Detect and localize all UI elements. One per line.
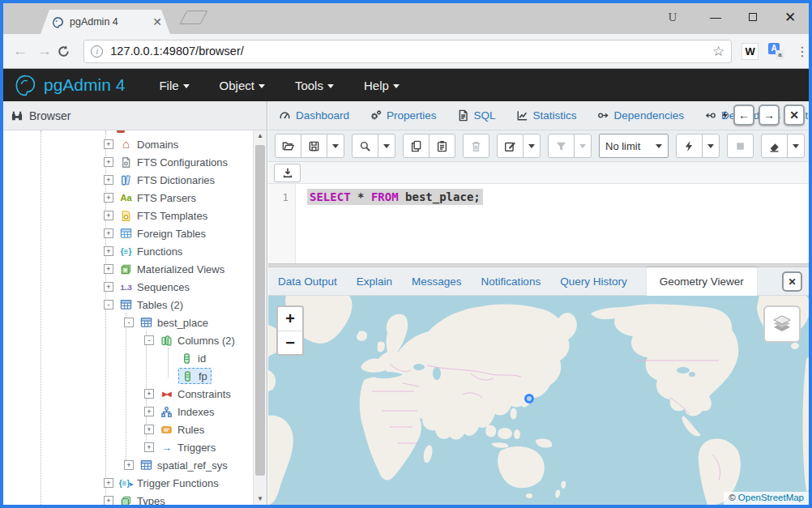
close-results-button[interactable]: ✕ — [782, 271, 802, 292]
filter-options-button[interactable] — [574, 134, 592, 158]
find-options-button[interactable] — [378, 134, 395, 158]
edit-button[interactable] — [497, 134, 524, 158]
expander-icon[interactable]: + — [104, 282, 113, 292]
tree-item-functions[interactable]: +{≡}Functions — [3, 242, 267, 260]
filter-button[interactable] — [548, 134, 575, 158]
row-limit-select[interactable]: No limit — [599, 134, 669, 158]
expander-icon[interactable]: + — [144, 425, 154, 434]
browser-tab[interactable]: pgAdmin 4 ✕ — [41, 10, 170, 34]
expander-icon[interactable]: + — [104, 478, 113, 488]
openstreetmap-link[interactable]: OpenStreetMap — [738, 493, 804, 502]
bookmark-star-icon[interactable]: ☆ — [712, 43, 724, 60]
tree-item-fp[interactable]: fp — [3, 367, 267, 385]
copy-button[interactable] — [403, 134, 430, 158]
back-button[interactable]: ← — [8, 42, 32, 60]
tree-item-fts-templates[interactable]: +FTS Templates — [3, 207, 267, 224]
expander-icon[interactable]: + — [104, 264, 113, 274]
expander-icon[interactable]: + — [104, 496, 113, 505]
zoom-in-button[interactable]: + — [278, 307, 302, 331]
close-panel-button[interactable]: ✕ — [784, 105, 805, 126]
minimize-button[interactable]: — — [697, 11, 734, 23]
tree-item-columns-2[interactable]: -Columns (2) — [3, 331, 267, 349]
map-layers-button[interactable] — [763, 305, 801, 343]
edit-options-button[interactable] — [523, 134, 541, 158]
tab-data-output[interactable]: Data Output — [278, 275, 337, 288]
tab-messages[interactable]: Messages — [412, 275, 462, 288]
open-file-button[interactable] — [275, 134, 301, 158]
tree-item-fts-configurations[interactable]: +FTS Configurations — [3, 153, 267, 171]
expander-icon[interactable]: + — [104, 228, 113, 238]
expander-icon[interactable]: + — [144, 389, 154, 399]
browser-panel-header[interactable]: Browser — [3, 101, 267, 130]
expander-icon[interactable]: - — [144, 335, 154, 345]
expander-icon[interactable]: + — [104, 139, 113, 149]
tree-item-id[interactable]: id — [3, 349, 267, 367]
scroll-up-icon[interactable]: ▲ — [254, 130, 267, 142]
geometry-viewer-map[interactable]: + − ©OpenStreetMap — [268, 296, 809, 505]
pin-app-icon[interactable]: U — [648, 11, 697, 24]
tab-notifications[interactable]: Notifications — [481, 275, 541, 288]
execute-button[interactable] — [676, 134, 703, 158]
tree-item-rules[interactable]: +Rules — [3, 420, 267, 438]
selected-node[interactable]: fp — [178, 368, 212, 384]
download-results-button[interactable] — [274, 164, 301, 182]
tree-scrollbar[interactable]: ▲ ▼ — [253, 130, 267, 505]
tree-item-best-place[interactable]: -best_place — [3, 314, 267, 331]
maximize-button[interactable] — [734, 11, 771, 23]
tree-item-tables-2[interactable]: -Tables (2) — [3, 296, 267, 314]
tree-item-spatial-ref-sys[interactable]: +spatial_ref_sys — [3, 456, 267, 474]
tab-dependencies[interactable]: Dependencies — [597, 109, 684, 122]
titlebar[interactable]: pgAdmin 4 ✕ U — ✕ — [3, 3, 809, 34]
tree-item-triggers[interactable]: +→Triggers — [3, 438, 267, 456]
tab-close-icon[interactable]: ✕ — [152, 16, 162, 28]
expander-icon[interactable]: + — [144, 407, 154, 416]
expander-icon[interactable]: + — [104, 246, 113, 256]
expander-icon[interactable]: - — [124, 318, 134, 327]
tree-item-sequences[interactable]: +1..3Sequences — [3, 278, 267, 296]
expander-icon[interactable]: + — [104, 193, 113, 203]
sql-editor[interactable]: 1 SELECT * FROM best_place; — [268, 184, 809, 263]
zoom-out-button[interactable]: − — [278, 331, 302, 354]
scroll-down-icon[interactable]: ▼ — [254, 493, 267, 505]
menu-file[interactable]: File — [159, 79, 189, 92]
expander-icon[interactable]: + — [104, 211, 113, 220]
tab-geometry-viewer[interactable]: Geometry Viewer — [647, 267, 757, 296]
wikipedia-extension-icon[interactable]: W — [741, 43, 759, 60]
paste-button[interactable] — [429, 134, 455, 158]
expander-icon[interactable]: + — [104, 157, 113, 167]
scroll-tabs-left-button[interactable]: ← — [733, 105, 754, 126]
expander-icon[interactable]: - — [104, 300, 113, 309]
tree-item-foreign-tables[interactable]: +Foreign Tables — [3, 224, 267, 242]
tab-sql[interactable]: SQL — [457, 109, 496, 122]
tree-item-trigger-functions[interactable]: +{≡}▸Trigger Functions — [3, 474, 267, 492]
tab-statistics[interactable]: Statistics — [516, 109, 577, 122]
execute-options-button[interactable] — [702, 134, 720, 158]
sql-text[interactable]: SELECT * FROM best_place; — [307, 189, 483, 205]
page-info-icon[interactable]: i — [91, 45, 103, 58]
tree-item-fts-parsers[interactable]: +AaFTS Parsers — [3, 189, 267, 207]
tab-explain[interactable]: Explain — [357, 275, 392, 288]
tree-item-fts-dictionaries[interactable]: +FTS Dictionaries — [3, 171, 267, 189]
tree-item-materialized-views[interactable]: +Materialized Views — [3, 260, 267, 278]
find-button[interactable] — [352, 134, 378, 158]
expander-icon[interactable]: + — [144, 442, 154, 452]
clear-options-button[interactable] — [787, 134, 805, 158]
address-bar[interactable]: i 127.0.0.1:49807/browser/ ☆ — [83, 40, 732, 63]
forward-button[interactable]: → — [32, 42, 57, 60]
stop-button[interactable] — [727, 134, 754, 158]
reload-button[interactable] — [57, 45, 81, 58]
tree-item-domains[interactable]: +⌂Domains — [3, 135, 267, 153]
translate-extension-icon[interactable]: Aa — [768, 43, 784, 59]
scroll-tabs-right-button[interactable]: → — [759, 105, 780, 126]
menu-tools[interactable]: Tools — [295, 79, 334, 92]
expander-icon[interactable]: + — [124, 460, 134, 470]
delete-row-button[interactable] — [463, 134, 489, 158]
expander-icon[interactable]: + — [104, 175, 113, 185]
close-button[interactable]: ✕ — [771, 9, 809, 26]
clear-button[interactable] — [761, 134, 788, 158]
tab-properties[interactable]: Properties — [370, 109, 437, 122]
tab-query-history[interactable]: Query History — [560, 275, 627, 288]
new-tab-button[interactable] — [179, 11, 207, 24]
tree-item-constraints[interactable]: +▶◀Constraints — [3, 385, 267, 403]
menu-help[interactable]: Help — [364, 79, 400, 92]
